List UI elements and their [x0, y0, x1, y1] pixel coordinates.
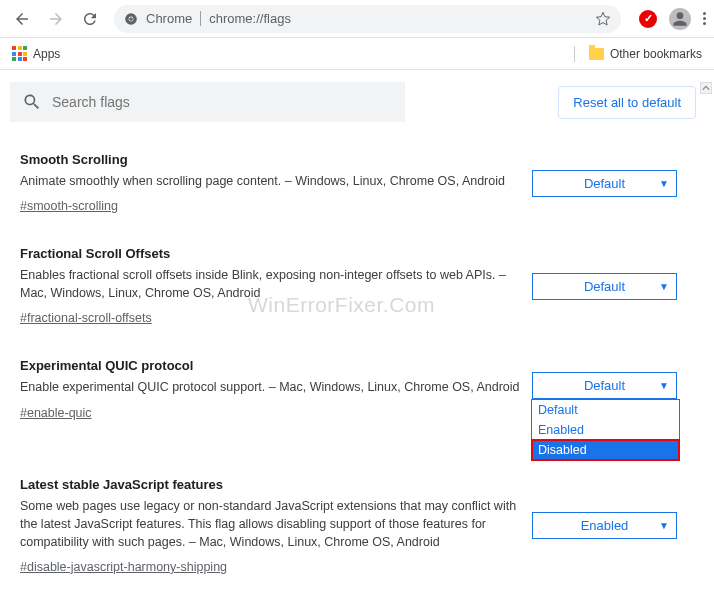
flag-desc: Enables fractional scroll offsets inside…: [20, 266, 520, 302]
flag-title: Latest stable JavaScript features: [20, 477, 520, 492]
flag-desc: Animate smoothly when scrolling page con…: [20, 172, 520, 190]
flag-value: Enabled: [581, 518, 629, 533]
chevron-down-icon: ▼: [659, 380, 669, 391]
toolbar-right: ✓: [631, 8, 706, 30]
flag-select[interactable]: Enabled ▼: [532, 512, 677, 539]
other-bookmarks-label: Other bookmarks: [610, 47, 702, 61]
menu-button[interactable]: [703, 12, 706, 25]
bookmarks-bar: Apps Other bookmarks: [0, 38, 714, 70]
flag-title: Experimental QUIC protocol: [20, 358, 520, 373]
flag-anchor[interactable]: #disable-javascript-harmony-shipping: [20, 560, 227, 574]
other-bookmarks[interactable]: Other bookmarks: [574, 46, 702, 62]
flag-smooth-scrolling: Smooth Scrolling Animate smoothly when s…: [20, 134, 694, 228]
flag-value: Default: [584, 176, 625, 191]
flag-title: Smooth Scrolling: [20, 152, 520, 167]
chevron-down-icon: ▼: [659, 178, 669, 189]
star-icon[interactable]: [595, 11, 611, 27]
arrow-left-icon: [13, 10, 31, 28]
flag-select[interactable]: Default ▼ Default Enabled Disabled: [532, 372, 677, 399]
profile-avatar[interactable]: [669, 8, 691, 30]
chevron-up-icon: [702, 84, 710, 92]
option-disabled[interactable]: Disabled: [532, 440, 679, 460]
reset-button[interactable]: Reset all to default: [558, 86, 696, 119]
flags-content: Smooth Scrolling Animate smoothly when s…: [0, 134, 714, 596]
flag-title: Fractional Scroll Offsets: [20, 246, 520, 261]
forward-button[interactable]: [42, 5, 70, 33]
back-button[interactable]: [8, 5, 36, 33]
chevron-down-icon: ▼: [659, 281, 669, 292]
person-icon: [670, 9, 690, 29]
search-input[interactable]: [52, 94, 393, 110]
flag-anchor[interactable]: #fractional-scroll-offsets: [20, 311, 152, 325]
omnibox-title: Chrome: [146, 11, 192, 26]
apps-shortcut[interactable]: Apps: [12, 46, 60, 61]
flag-anchor[interactable]: #enable-quic: [20, 406, 92, 420]
omnibox-text: Chrome chrome://flags: [146, 11, 291, 26]
flag-select[interactable]: Default ▼: [532, 170, 677, 197]
reload-button[interactable]: [76, 5, 104, 33]
svg-point-2: [129, 17, 133, 21]
option-enabled[interactable]: Enabled: [532, 420, 679, 440]
folder-icon: [589, 48, 604, 60]
search-box[interactable]: [10, 82, 405, 122]
chevron-down-icon: ▼: [659, 520, 669, 531]
search-row: Reset all to default: [0, 70, 714, 134]
flag-desc: Enable experimental QUIC protocol suppor…: [20, 378, 520, 396]
flag-value: Default: [584, 279, 625, 294]
flag-fractional-scroll: Fractional Scroll Offsets Enables fracti…: [20, 228, 694, 340]
flag-value: Default: [584, 378, 625, 393]
flag-anchor[interactable]: #smooth-scrolling: [20, 199, 118, 213]
browser-toolbar: Chrome chrome://flags ✓: [0, 0, 714, 38]
chrome-icon: [124, 12, 138, 26]
omnibox-divider: [200, 11, 201, 26]
apps-label: Apps: [33, 47, 60, 61]
search-icon: [22, 92, 42, 112]
scroll-up-button[interactable]: [700, 82, 712, 94]
omnibox-url: chrome://flags: [209, 11, 291, 26]
flag-desc: Some web pages use legacy or non-standar…: [20, 497, 520, 551]
option-default[interactable]: Default: [532, 400, 679, 420]
reload-icon: [81, 10, 99, 28]
apps-icon: [12, 46, 27, 61]
flag-quic: Experimental QUIC protocol Enable experi…: [20, 340, 694, 434]
flag-dropdown: Default Enabled Disabled: [531, 399, 680, 461]
flag-select[interactable]: Default ▼: [532, 273, 677, 300]
separator: [574, 46, 575, 62]
address-bar[interactable]: Chrome chrome://flags: [114, 5, 621, 33]
extension-icon[interactable]: ✓: [639, 10, 657, 28]
arrow-right-icon: [47, 10, 65, 28]
